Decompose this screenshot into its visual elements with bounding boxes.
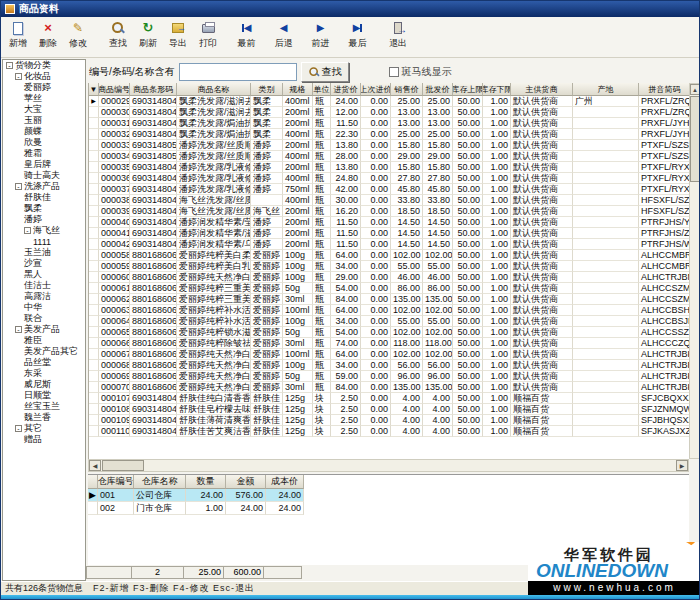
cell[interactable]: 29.00: [423, 151, 453, 162]
cell[interactable]: 爱丽婷纯粹补水活肤爽肤: [177, 305, 251, 316]
cell[interactable]: 0.00: [361, 151, 391, 162]
cell[interactable]: 爱丽婷: [251, 316, 283, 327]
cell[interactable]: 50.00: [453, 382, 483, 393]
product-row[interactable]: 0000396903148044971海飞丝洗发露/丝质柔滑海飞丝200ml瓶1…: [89, 206, 689, 217]
cell[interactable]: 默认供货商: [511, 283, 573, 294]
column-header[interactable]: 成本价: [266, 475, 304, 489]
cell[interactable]: [573, 349, 639, 360]
cell[interactable]: 舒肤佳苦艾爽洁香皂: [177, 426, 251, 437]
cell[interactable]: 默认供货商: [511, 195, 573, 206]
cell[interactable]: 舒肤佳纯白清香香皂: [177, 393, 251, 404]
cell[interactable]: ALHCTRJBRJX: [639, 360, 689, 371]
cell[interactable]: ALHCCBSHFSF: [639, 305, 689, 316]
cell[interactable]: 6903148047460: [130, 393, 177, 404]
cell[interactable]: 顺福百货: [511, 404, 573, 415]
cell[interactable]: 200ml: [283, 162, 313, 173]
cell[interactable]: 6903148048788: [130, 118, 177, 129]
cell[interactable]: 1.00: [483, 393, 511, 404]
cell[interactable]: [573, 151, 639, 162]
cell[interactable]: 50g: [283, 283, 313, 294]
cell[interactable]: 瓶: [313, 162, 331, 173]
cell[interactable]: 1.00: [483, 272, 511, 283]
cell[interactable]: 14.50: [423, 217, 453, 228]
cell[interactable]: 000068: [99, 360, 130, 371]
cell[interactable]: 50.00: [453, 217, 483, 228]
cell[interactable]: 顺福百货: [511, 426, 573, 437]
cell[interactable]: 潘婷润发精华素/莹彩闪: [177, 217, 251, 228]
cell[interactable]: 50.00: [453, 404, 483, 415]
cell[interactable]: 6903148047705: [130, 426, 177, 437]
cell[interactable]: 50.00: [453, 118, 483, 129]
cell[interactable]: ALHCTRJBMM: [639, 272, 689, 283]
cell[interactable]: 000030: [99, 107, 130, 118]
cell[interactable]: 14.50: [423, 239, 453, 250]
cell[interactable]: 爱丽婷: [251, 371, 283, 382]
zebra-checkbox[interactable]: [389, 67, 399, 77]
first-button[interactable]: ◀ 最前: [233, 20, 260, 50]
cell[interactable]: 瓶: [313, 338, 331, 349]
cell[interactable]: [573, 426, 639, 437]
cell[interactable]: 50.00: [453, 294, 483, 305]
cell[interactable]: 瓶: [313, 184, 331, 195]
cell[interactable]: 瓶: [313, 151, 331, 162]
cell[interactable]: PRXFL/JYHL(): [639, 129, 689, 140]
column-header[interactable]: 库存下限: [483, 83, 511, 96]
cell[interactable]: 默认供货商: [511, 327, 573, 338]
cell[interactable]: 默认供货商: [511, 162, 573, 173]
cell[interactable]: 8801686060348: [130, 305, 177, 316]
cell[interactable]: 瓶: [313, 107, 331, 118]
cell[interactable]: 0.00: [361, 360, 391, 371]
cell[interactable]: 135.00: [423, 382, 453, 393]
cell[interactable]: 1.00: [483, 360, 511, 371]
cell[interactable]: 30ml: [283, 294, 313, 305]
product-row[interactable]: 0000648801686060331爱丽婷纯粹补水活面乳爱丽婷100g瓶34.…: [89, 316, 689, 327]
cell[interactable]: 0.00: [361, 250, 391, 261]
cell[interactable]: 001: [98, 489, 134, 502]
cell[interactable]: 27.80: [423, 173, 453, 184]
cell[interactable]: PTXFL/SZSHQ: [639, 151, 689, 162]
cell[interactable]: 块: [313, 426, 331, 437]
cell[interactable]: [573, 140, 639, 151]
cell[interactable]: ALHCCMBRYXM: [639, 261, 689, 272]
cell[interactable]: 6903148048795: [130, 129, 177, 140]
cell[interactable]: 爱丽婷: [251, 272, 283, 283]
cell[interactable]: 1.00: [186, 502, 226, 515]
cell[interactable]: 2.50: [331, 426, 361, 437]
cell[interactable]: 潘婷: [251, 228, 283, 239]
exit-button[interactable]: 退出: [383, 20, 413, 50]
cell[interactable]: 默认供货商: [511, 272, 573, 283]
cell[interactable]: [573, 228, 639, 239]
cell[interactable]: 50.00: [453, 162, 483, 173]
tree-item[interactable]: 高露洁: [3, 291, 85, 302]
cell[interactable]: 96.00: [391, 371, 423, 382]
cell[interactable]: 135.00: [391, 382, 423, 393]
cell[interactable]: ALHCTRJBKZB: [639, 349, 689, 360]
cell[interactable]: 30ml: [283, 338, 313, 349]
cell[interactable]: 30ml: [283, 382, 313, 393]
cell[interactable]: 4.00: [423, 426, 453, 437]
cell[interactable]: 爱丽婷纯天然净白抗皱保: [177, 349, 251, 360]
cell[interactable]: 舒肤佳: [251, 426, 283, 437]
cell[interactable]: 135.00: [423, 294, 453, 305]
cell[interactable]: 潘婷洗发露/丝质顺滑去: [177, 140, 251, 151]
cell[interactable]: 舒肤佳: [251, 415, 283, 426]
column-header[interactable]: 数量: [186, 475, 226, 489]
tree-item[interactable]: 飘柔: [3, 203, 85, 214]
cell[interactable]: 默认供货商: [511, 371, 573, 382]
cell[interactable]: 2.50: [331, 404, 361, 415]
cell[interactable]: 默认供货商: [511, 360, 573, 371]
cell[interactable]: 爱丽婷: [251, 327, 283, 338]
product-row[interactable]: 0000698801686060454爱丽婷纯天然净白抗皱紧爱丽婷50g瓶59.…: [89, 371, 689, 382]
cell[interactable]: 6903148044971: [130, 206, 177, 217]
cell[interactable]: 8801686060393: [130, 261, 177, 272]
product-row[interactable]: 0000346903148056776潘婷洗发露/丝质顺滑去潘婷400ml瓶28…: [89, 151, 689, 162]
cell[interactable]: 400ml: [283, 151, 313, 162]
cell[interactable]: [573, 118, 639, 129]
cell[interactable]: 0.00: [361, 162, 391, 173]
column-header[interactable]: ▼: [89, 83, 99, 96]
column-header[interactable]: 销售价: [391, 83, 423, 96]
cell[interactable]: PRXFL/ZRQX(: [639, 96, 689, 107]
cell[interactable]: 广州: [573, 96, 639, 107]
tree-item[interactable]: 赠品: [3, 434, 85, 445]
tree-collapse-icon[interactable]: -: [15, 425, 22, 432]
